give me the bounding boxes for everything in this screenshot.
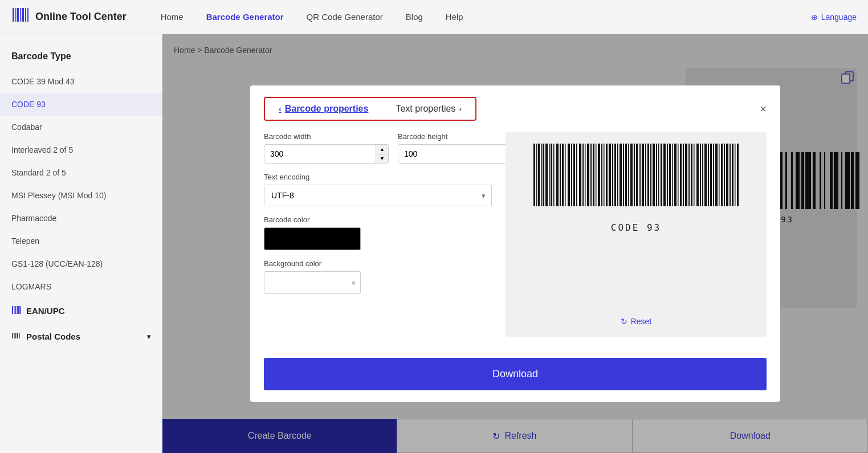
sidebar-section-postal[interactable]: Postal Codes ▾ [0, 324, 162, 349]
text-encoding-label: Text encoding [264, 173, 492, 181]
language-selector[interactable]: ⊕ Language [811, 13, 857, 22]
svg-rect-93 [732, 144, 733, 206]
svg-rect-52 [620, 144, 622, 206]
width-increment-button[interactable]: ▲ [376, 145, 388, 154]
svg-rect-55 [628, 144, 629, 206]
svg-rect-76 [685, 144, 687, 206]
svg-rect-30 [560, 144, 561, 206]
svg-rect-4 [22, 8, 24, 22]
svg-rect-60 [642, 144, 644, 206]
svg-rect-38 [582, 144, 584, 206]
svg-rect-14 [14, 333, 15, 338]
svg-rect-57 [634, 144, 635, 206]
ean-icon [11, 305, 22, 317]
main-layout: Barcode Type CODE 39 Mod 43 CODE 93 Coda… [0, 34, 868, 453]
modal-header: ‹ Barcode properties Text properties › × [250, 85, 780, 121]
sidebar-item-pharmacode[interactable]: Pharmacode [0, 207, 162, 230]
download-modal-button[interactable]: Download [264, 358, 767, 390]
svg-rect-66 [658, 144, 659, 206]
chevron-left-icon: ‹ [279, 104, 282, 113]
barcode-height-input-wrapper: ▲ ▼ [398, 144, 523, 164]
sidebar-item-standard2of5[interactable]: Standard 2 of 5 [0, 161, 162, 184]
svg-rect-65 [656, 144, 657, 206]
reset-label: Reset [631, 317, 652, 326]
svg-rect-8 [14, 306, 15, 314]
size-row: Barcode width ▲ ▼ Barco [264, 132, 492, 164]
encoding-group: Text encoding UTF-8 ▾ [264, 173, 492, 206]
sidebar-item-msiplessey[interactable]: MSI Plessey (MSI Mod 10) [0, 184, 162, 207]
svg-rect-58 [636, 144, 638, 206]
width-decrement-button[interactable]: ▼ [376, 154, 388, 164]
svg-rect-21 [536, 144, 537, 206]
svg-rect-1 [15, 8, 17, 22]
sidebar-item-interleaved[interactable]: Interleaved 2 of 5 [0, 138, 162, 161]
tab-barcode-properties[interactable]: ‹ Barcode properties [265, 98, 382, 120]
svg-rect-2 [17, 8, 19, 22]
svg-rect-36 [576, 144, 577, 206]
barcode-svg [528, 144, 744, 218]
language-label: Language [821, 13, 857, 22]
svg-rect-16 [17, 333, 18, 338]
barcode-width-input[interactable] [264, 145, 376, 163]
svg-rect-50 [614, 144, 616, 206]
svg-rect-13 [12, 333, 13, 338]
svg-rect-62 [647, 144, 649, 206]
globe-icon: ⊕ [811, 13, 818, 22]
background-color-group: Background color × [264, 259, 492, 294]
logo-text: Online Tool Center [35, 11, 127, 23]
sidebar-item-code93[interactable]: CODE 93 [0, 93, 162, 116]
svg-rect-17 [19, 333, 20, 338]
sidebar-section-ean-upc[interactable]: EAN/UPC [0, 298, 162, 324]
sidebar-heading: Barcode Type [0, 46, 162, 70]
svg-rect-48 [609, 144, 611, 206]
nav-qr-code[interactable]: QR Code Generator [307, 12, 383, 22]
modal-close-button[interactable]: × [760, 103, 767, 116]
svg-rect-78 [691, 144, 692, 206]
svg-rect-75 [683, 144, 684, 206]
text-encoding-select[interactable]: UTF-8 [264, 185, 476, 206]
nav-help[interactable]: Help [446, 12, 463, 22]
sidebar-item-telepen[interactable]: Telepen [0, 230, 162, 252]
svg-rect-3 [20, 8, 21, 22]
barcode-height-input[interactable] [398, 145, 510, 163]
svg-rect-29 [556, 144, 559, 206]
sidebar-item-code39mod43[interactable]: CODE 39 Mod 43 [0, 70, 162, 93]
svg-rect-71 [672, 144, 673, 206]
sidebar-item-logmars[interactable]: LOGMARS [0, 275, 162, 298]
barcode-color-swatch[interactable] [264, 227, 361, 250]
sidebar-section-postal-label: Postal Codes [26, 332, 80, 341]
nav-barcode-generator[interactable]: Barcode Generator [206, 12, 284, 22]
modal-overlay: ‹ Barcode properties Text properties › × [162, 34, 868, 453]
encoding-chevron-icon: ▾ [476, 191, 491, 200]
svg-rect-42 [593, 144, 594, 206]
content-area: Home > Barcode Generator CODE 93 Create … [162, 34, 868, 453]
chevron-right-icon: › [459, 104, 462, 113]
nav-home[interactable]: Home [161, 12, 184, 22]
svg-rect-15 [15, 333, 17, 338]
reset-button[interactable]: ↻ Reset [621, 317, 652, 326]
nav-blog[interactable]: Blog [406, 12, 423, 22]
postal-chevron-icon: ▾ [147, 333, 150, 341]
sidebar-item-codabar[interactable]: Codabar [0, 116, 162, 138]
background-color-swatch[interactable]: × [264, 271, 361, 294]
tab-barcode-label: Barcode properties [285, 104, 369, 114]
svg-rect-87 [715, 144, 718, 206]
tab-text-properties[interactable]: Text properties › [382, 98, 475, 120]
svg-rect-0 [13, 8, 14, 22]
text-encoding-select-wrapper: UTF-8 ▾ [264, 185, 492, 206]
svg-rect-43 [596, 144, 597, 206]
svg-rect-84 [708, 144, 709, 206]
sidebar-item-gs1128[interactable]: GS1-128 (UCC/EAN-128) [0, 252, 162, 275]
svg-rect-24 [543, 144, 544, 206]
barcode-color-group: Barcode color [264, 215, 492, 250]
svg-rect-12 [21, 306, 22, 314]
svg-rect-89 [721, 144, 723, 206]
svg-rect-69 [667, 144, 668, 206]
svg-rect-35 [573, 144, 575, 206]
modal-form: Barcode width ▲ ▼ Barco [264, 132, 492, 337]
svg-rect-72 [674, 144, 677, 206]
svg-rect-86 [713, 144, 714, 206]
svg-rect-34 [571, 144, 572, 206]
svg-rect-47 [606, 144, 608, 206]
color-clear-icon[interactable]: × [351, 279, 356, 287]
